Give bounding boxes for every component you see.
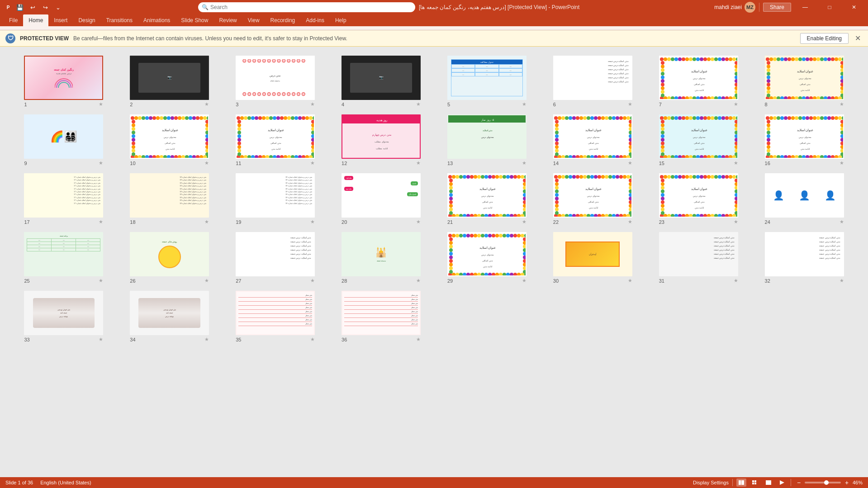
slide-item[interactable]: متن سطرمتن سطرمتن سطرمتن سطرمتن سطرمتن س… bbox=[225, 291, 326, 342]
slide-star[interactable]: ★ bbox=[628, 160, 632, 166]
slide-item[interactable]: عنوان اسلاید محتوای درس متن اضافی ادامه … bbox=[542, 114, 643, 166]
slide-star[interactable]: ★ bbox=[204, 219, 209, 225]
slide-star[interactable]: ★ bbox=[99, 101, 103, 107]
tab-recording[interactable]: Recording bbox=[265, 14, 301, 26]
slide-item[interactable]: متن درس و محتوای اسلاید شماره 19متن درس … bbox=[225, 173, 326, 225]
slide-thumbnail-22[interactable]: عنوان اسلاید محتوای درس متن اضافی ادامه … bbox=[553, 173, 632, 218]
slide-item[interactable]: متن اسلاید درس جمعهمتن اسلاید درس جمعهمت… bbox=[754, 232, 854, 284]
slide-thumbnail-26[interactable]: روش های جمعه bbox=[130, 232, 209, 276]
slide-thumbnail-14[interactable]: عنوان اسلاید محتوای درس متن اضافی ادامه … bbox=[553, 114, 632, 159]
slide-item[interactable]: عنوان اسلاید محتوای درس متن اضافی ادامه … bbox=[225, 114, 326, 166]
slide-item[interactable]: 👤 👤 👤 24★ bbox=[754, 173, 854, 225]
slide-item[interactable]: متن اسلاید درس جمعهمتن اسلاید درس جمعهمت… bbox=[648, 232, 749, 284]
slide-star[interactable]: ★ bbox=[734, 160, 738, 166]
slide-star[interactable]: ★ bbox=[204, 160, 209, 166]
slide-item[interactable]: 📷 2★ bbox=[119, 56, 220, 107]
slide-star[interactable]: ★ bbox=[840, 278, 844, 284]
slide-thumbnail-4[interactable]: 📷 bbox=[342, 56, 421, 100]
redo-btn[interactable]: ↪ bbox=[40, 2, 51, 13]
slide-thumbnail-18[interactable]: متن درس و محتوای اسلاید شماره 18متن درس … bbox=[130, 173, 209, 218]
zoom-out-btn[interactable]: − bbox=[795, 479, 803, 487]
display-settings[interactable]: Display Settings bbox=[693, 480, 729, 485]
slide-thumbnail-28[interactable]: 🕌 مسجد جمعه bbox=[342, 232, 421, 276]
slide-star[interactable]: ★ bbox=[99, 278, 103, 284]
slide-item[interactable]: برنامه جمعه ----------------------------… bbox=[14, 232, 114, 284]
slide-item[interactable]: آیه قرآن 30★ bbox=[542, 232, 643, 284]
tab-review[interactable]: Review bbox=[213, 14, 242, 26]
tab-transitions[interactable]: Transitions bbox=[101, 14, 138, 26]
tab-design[interactable]: Design bbox=[73, 14, 100, 26]
slide-item[interactable]: عنوان اسلاید محتوای درس متن اضافی ادامه … bbox=[437, 173, 537, 225]
slide-thumbnail-5[interactable]: جدول مطالعه --------------------------- bbox=[447, 56, 526, 100]
slide-thumbnail-6[interactable]: متن اسلاید درس جمعهمتن اسلاید درس جمعهمت… bbox=[553, 56, 632, 100]
slide-star[interactable]: ★ bbox=[416, 336, 421, 342]
slide-thumbnail-2[interactable]: 📷 bbox=[130, 56, 209, 100]
slide-item[interactable]: جدول مطالعه --------------------------- … bbox=[437, 56, 537, 107]
slide-item[interactable]: روز هدیه متن درس چهارم محتوای مطلب ادامه… bbox=[331, 114, 432, 166]
share-button[interactable]: Share bbox=[763, 3, 791, 12]
maximize-btn[interactable]: □ bbox=[819, 0, 840, 14]
slide-item[interactable]: روش های جمعه 26★ bbox=[119, 232, 220, 284]
slide-star[interactable]: ★ bbox=[522, 278, 526, 284]
slide-item[interactable]: عنوان اسلاید محتوای درس متن اضافی ادامه … bbox=[754, 56, 854, 107]
slide-star[interactable]: ★ bbox=[310, 336, 315, 342]
slide-item[interactable]: عنوان اسلاید محتوای درس متن اضافی ادامه … bbox=[542, 173, 643, 225]
slide-star[interactable]: ★ bbox=[416, 101, 421, 107]
slide-item[interactable]: متن درس و محتوای اسلاید شماره 18متن درس … bbox=[119, 173, 220, 225]
normal-view-btn[interactable] bbox=[736, 479, 746, 487]
slide-item[interactable]: متن درس محتوای اسلاید 3★ bbox=[225, 56, 326, 107]
undo-btn[interactable]: ↩ bbox=[27, 2, 38, 13]
slide-thumbnail-31[interactable]: متن اسلاید درس جمعهمتن اسلاید درس جمعهمت… bbox=[659, 232, 738, 276]
slide-star[interactable]: ★ bbox=[734, 101, 738, 107]
slide-item[interactable]: عنوان اسلاید محتوای درس متن اضافی ادامه … bbox=[648, 114, 749, 166]
slide-item[interactable]: 📷 4★ bbox=[331, 56, 432, 107]
tab-slideshow[interactable]: Slide Show bbox=[175, 14, 213, 26]
tab-insert[interactable]: Insert bbox=[48, 14, 73, 26]
slide-thumbnail-16[interactable]: عنوان اسلاید محتوای درس متن اضافی ادامه … bbox=[765, 114, 844, 159]
slide-item[interactable]: عنوان اسلاید محتوای درس متن اضافی ادامه … bbox=[119, 114, 220, 166]
slide-item[interactable]: متن اسلاید درس جمعهمتن اسلاید درس جمعهمت… bbox=[542, 56, 643, 107]
slide-thumbnail-24[interactable]: 👤 👤 👤 bbox=[765, 173, 844, 218]
slide-thumbnail-35[interactable]: متن سطرمتن سطرمتن سطرمتن سطرمتن سطرمتن س… bbox=[236, 291, 315, 335]
slide-item[interactable]: متن سطرمتن سطرمتن سطرمتن سطرمتن سطرمتن س… bbox=[331, 291, 432, 342]
slide-thumbnail-8[interactable]: عنوان اسلاید محتوای درس متن اضافی ادامه … bbox=[765, 56, 844, 100]
slide-star[interactable]: ★ bbox=[310, 101, 315, 107]
slide-star[interactable]: ★ bbox=[522, 101, 526, 107]
slide-thumbnail-36[interactable]: متن سطرمتن سطرمتن سطرمتن سطرمتن سطرمتن س… bbox=[342, 291, 421, 335]
slide-star[interactable]: ★ bbox=[628, 219, 632, 225]
slide-thumbnail-10[interactable]: عنوان اسلاید محتوای درس متن اضافی ادامه … bbox=[130, 114, 209, 159]
slide-star[interactable]: ★ bbox=[310, 278, 315, 284]
search-bar[interactable]: 🔍 bbox=[198, 2, 415, 12]
slide-thumbnail-13[interactable]: ۵- روز نماز متن اسلاید محتوای درس bbox=[447, 114, 526, 159]
slide-sorter-view-btn[interactable] bbox=[750, 479, 760, 487]
slide-star[interactable]: ★ bbox=[310, 160, 315, 166]
slide-thumbnail-19[interactable]: متن درس و محتوای اسلاید شماره 19متن درس … bbox=[236, 173, 315, 218]
slide-star[interactable]: ★ bbox=[522, 160, 526, 166]
slide-item[interactable]: ۵- روز نماز متن اسلاید محتوای درس 13★ bbox=[437, 114, 537, 166]
slide-star[interactable]: ★ bbox=[204, 278, 209, 284]
slide-item[interactable]: 🌈👨‍👩‍👧‍👦 9★ bbox=[14, 114, 114, 166]
tab-home[interactable]: Home bbox=[23, 14, 48, 26]
slide-star[interactable]: ★ bbox=[628, 278, 632, 284]
slide-star[interactable]: ★ bbox=[99, 219, 103, 225]
slide-star[interactable]: ★ bbox=[310, 219, 315, 225]
slide-thumbnail-21[interactable]: عنوان اسلاید محتوای درس متن اضافی ادامه … bbox=[447, 173, 526, 218]
slide-item[interactable]: عنوان اسلاید محتوای درس متن اضافی ادامه … bbox=[754, 114, 854, 166]
slide-thumbnail-34[interactable]: متن خوش نویسیجمعه نامهنوشته درس bbox=[130, 291, 209, 335]
minimize-btn[interactable]: — bbox=[795, 0, 816, 14]
slide-thumbnail-7[interactable]: عنوان اسلاید محتوای درس متن اضافی ادامه … bbox=[659, 56, 738, 100]
slide-item[interactable]: پیام اول پاسخ پیام دوم پاسخ دیگر 20★ bbox=[331, 173, 432, 225]
slide-thumbnail-23[interactable]: عنوان اسلاید محتوای درس متن اضافی ادامه … bbox=[659, 173, 738, 218]
slide-thumbnail-17[interactable]: متن درس و محتوای اسلاید شماره 17متن درس … bbox=[24, 173, 103, 218]
tab-addins[interactable]: Add-ins bbox=[300, 14, 330, 26]
tab-view[interactable]: View bbox=[242, 14, 265, 26]
slide-thumbnail-25[interactable]: برنامه جمعه ----------------------------… bbox=[24, 232, 103, 276]
slide-star[interactable]: ★ bbox=[416, 278, 421, 284]
tab-file[interactable]: File bbox=[4, 14, 23, 26]
slide-star[interactable]: ★ bbox=[99, 160, 103, 166]
slide-star[interactable]: ★ bbox=[840, 101, 844, 107]
slide-panel[interactable]: رنگین کمان جمعه درس هفتم هدیه 1★ 📷 2★ bbox=[0, 47, 868, 477]
tab-animations[interactable]: Animations bbox=[138, 14, 175, 26]
slide-star[interactable]: ★ bbox=[734, 278, 738, 284]
slide-thumbnail-3[interactable]: متن درس محتوای اسلاید bbox=[236, 56, 315, 100]
